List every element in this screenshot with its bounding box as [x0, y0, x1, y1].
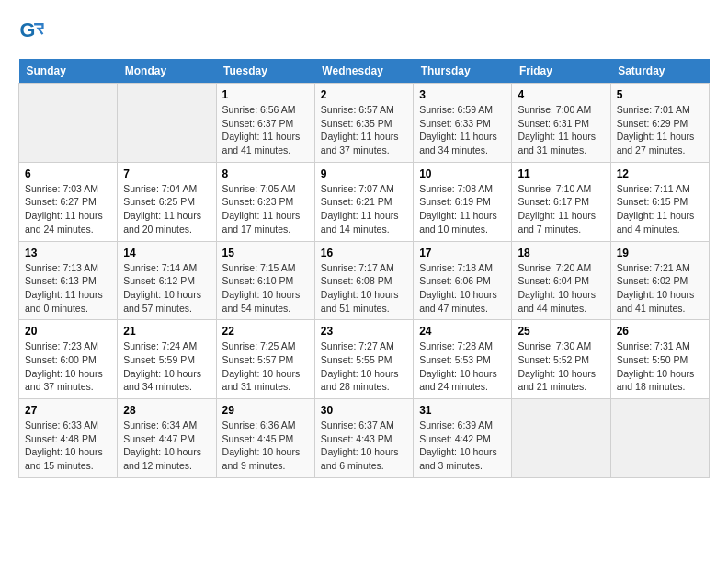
- day-number: 17: [419, 247, 506, 259]
- calendar-cell: 21Sunrise: 7:24 AMSunset: 5:59 PMDayligh…: [118, 320, 216, 399]
- day-number: 28: [123, 404, 210, 417]
- calendar-week-row: 1Sunrise: 6:56 AMSunset: 6:37 PMDaylight…: [19, 84, 710, 163]
- calendar-cell: 19Sunrise: 7:21 AMSunset: 6:02 PMDayligh…: [610, 241, 709, 320]
- calendar-cell: 17Sunrise: 7:18 AMSunset: 6:06 PMDayligh…: [414, 241, 512, 320]
- day-info: Sunrise: 7:08 AMSunset: 6:19 PMDaylight:…: [419, 182, 506, 236]
- weekday-header: Saturday: [610, 59, 709, 84]
- day-info: Sunrise: 7:31 AMSunset: 5:50 PMDaylight:…: [617, 339, 703, 394]
- day-number: 16: [321, 247, 407, 259]
- day-number: 12: [617, 167, 703, 180]
- day-number: 9: [321, 167, 407, 180]
- day-info: Sunrise: 7:21 AMSunset: 6:02 PMDaylight:…: [617, 261, 703, 316]
- calendar-cell: 20Sunrise: 7:23 AMSunset: 6:00 PMDayligh…: [19, 320, 118, 399]
- day-number: 15: [222, 247, 309, 259]
- day-info: Sunrise: 6:39 AMSunset: 4:42 PMDaylight:…: [419, 419, 506, 473]
- day-number: 21: [123, 325, 210, 338]
- calendar-cell: [512, 399, 610, 478]
- day-number: 2: [321, 88, 407, 101]
- day-number: 20: [25, 325, 111, 338]
- calendar-cell: 18Sunrise: 7:20 AMSunset: 6:04 PMDayligh…: [512, 241, 610, 320]
- calendar-cell: 12Sunrise: 7:11 AMSunset: 6:15 PMDayligh…: [610, 162, 709, 241]
- day-number: 14: [123, 247, 210, 259]
- calendar-cell: 1Sunrise: 6:56 AMSunset: 6:37 PMDaylight…: [216, 84, 314, 163]
- day-number: 22: [222, 325, 309, 338]
- calendar-header-row: SundayMondayTuesdayWednesdayThursdayFrid…: [19, 59, 710, 84]
- day-number: 3: [419, 88, 506, 101]
- day-info: Sunrise: 7:11 AMSunset: 6:15 PMDaylight:…: [617, 182, 703, 236]
- calendar-cell: 6Sunrise: 7:03 AMSunset: 6:27 PMDaylight…: [19, 162, 118, 241]
- page-header: G: [18, 18, 710, 44]
- calendar-cell: 4Sunrise: 7:00 AMSunset: 6:31 PMDaylight…: [512, 84, 610, 163]
- calendar-cell: 22Sunrise: 7:25 AMSunset: 5:57 PMDayligh…: [216, 320, 314, 399]
- day-info: Sunrise: 7:03 AMSunset: 6:27 PMDaylight:…: [25, 182, 111, 236]
- day-info: Sunrise: 6:56 AMSunset: 6:37 PMDaylight:…: [222, 103, 309, 157]
- calendar-cell: [118, 84, 216, 163]
- day-number: 30: [321, 404, 407, 417]
- calendar-cell: 11Sunrise: 7:10 AMSunset: 6:17 PMDayligh…: [512, 162, 610, 241]
- calendar-cell: 28Sunrise: 6:34 AMSunset: 4:47 PMDayligh…: [118, 399, 216, 478]
- calendar-cell: 8Sunrise: 7:05 AMSunset: 6:23 PMDaylight…: [216, 162, 314, 241]
- day-info: Sunrise: 7:20 AMSunset: 6:04 PMDaylight:…: [518, 261, 604, 316]
- calendar-cell: 5Sunrise: 7:01 AMSunset: 6:29 PMDaylight…: [610, 84, 709, 163]
- logo-icon: G: [18, 18, 44, 44]
- calendar-cell: 3Sunrise: 6:59 AMSunset: 6:33 PMDaylight…: [414, 84, 512, 163]
- weekday-header: Tuesday: [216, 59, 314, 84]
- calendar-cell: 7Sunrise: 7:04 AMSunset: 6:25 PMDaylight…: [118, 162, 216, 241]
- day-info: Sunrise: 7:00 AMSunset: 6:31 PMDaylight:…: [518, 103, 604, 157]
- day-number: 19: [617, 247, 703, 259]
- day-info: Sunrise: 7:17 AMSunset: 6:08 PMDaylight:…: [321, 261, 407, 316]
- weekday-header: Monday: [118, 59, 216, 84]
- calendar-cell: 26Sunrise: 7:31 AMSunset: 5:50 PMDayligh…: [610, 320, 709, 399]
- calendar-cell: 14Sunrise: 7:14 AMSunset: 6:12 PMDayligh…: [118, 241, 216, 320]
- weekday-header: Wednesday: [314, 59, 413, 84]
- day-number: 7: [123, 167, 210, 180]
- day-number: 29: [222, 404, 309, 417]
- calendar-cell: 15Sunrise: 7:15 AMSunset: 6:10 PMDayligh…: [216, 241, 314, 320]
- day-number: 18: [518, 247, 604, 259]
- day-info: Sunrise: 7:13 AMSunset: 6:13 PMDaylight:…: [25, 261, 111, 316]
- day-number: 23: [321, 325, 407, 338]
- day-info: Sunrise: 7:07 AMSunset: 6:21 PMDaylight:…: [321, 182, 407, 236]
- calendar-cell: 30Sunrise: 6:37 AMSunset: 4:43 PMDayligh…: [314, 399, 413, 478]
- day-info: Sunrise: 7:23 AMSunset: 6:00 PMDaylight:…: [25, 339, 111, 394]
- day-number: 10: [419, 167, 506, 180]
- calendar-cell: 24Sunrise: 7:28 AMSunset: 5:53 PMDayligh…: [414, 320, 512, 399]
- day-info: Sunrise: 6:37 AMSunset: 4:43 PMDaylight:…: [321, 419, 407, 473]
- day-info: Sunrise: 7:18 AMSunset: 6:06 PMDaylight:…: [419, 261, 506, 316]
- weekday-header: Friday: [512, 59, 610, 84]
- calendar-week-row: 13Sunrise: 7:13 AMSunset: 6:13 PMDayligh…: [19, 241, 710, 320]
- day-info: Sunrise: 6:33 AMSunset: 4:48 PMDaylight:…: [25, 419, 111, 473]
- day-number: 11: [518, 167, 604, 180]
- calendar-cell: 9Sunrise: 7:07 AMSunset: 6:21 PMDaylight…: [314, 162, 413, 241]
- day-info: Sunrise: 6:57 AMSunset: 6:35 PMDaylight:…: [321, 103, 407, 157]
- calendar-cell: 23Sunrise: 7:27 AMSunset: 5:55 PMDayligh…: [314, 320, 413, 399]
- day-number: 27: [25, 404, 111, 417]
- day-number: 26: [617, 325, 703, 338]
- day-info: Sunrise: 7:10 AMSunset: 6:17 PMDaylight:…: [518, 182, 604, 236]
- calendar-table: SundayMondayTuesdayWednesdayThursdayFrid…: [18, 59, 710, 478]
- day-info: Sunrise: 7:15 AMSunset: 6:10 PMDaylight:…: [222, 261, 309, 316]
- day-number: 1: [222, 88, 309, 101]
- day-number: 13: [25, 247, 111, 259]
- day-info: Sunrise: 7:05 AMSunset: 6:23 PMDaylight:…: [222, 182, 309, 236]
- calendar-cell: [19, 84, 118, 163]
- calendar-cell: 10Sunrise: 7:08 AMSunset: 6:19 PMDayligh…: [414, 162, 512, 241]
- day-info: Sunrise: 6:34 AMSunset: 4:47 PMDaylight:…: [123, 419, 210, 473]
- day-number: 31: [419, 404, 506, 417]
- day-number: 4: [518, 88, 604, 101]
- logo: G: [18, 18, 48, 44]
- day-info: Sunrise: 7:25 AMSunset: 5:57 PMDaylight:…: [222, 339, 309, 394]
- calendar-cell: 27Sunrise: 6:33 AMSunset: 4:48 PMDayligh…: [19, 399, 118, 478]
- calendar-cell: 29Sunrise: 6:36 AMSunset: 4:45 PMDayligh…: [216, 399, 314, 478]
- day-info: Sunrise: 7:30 AMSunset: 5:52 PMDaylight:…: [518, 339, 604, 394]
- day-info: Sunrise: 7:28 AMSunset: 5:53 PMDaylight:…: [419, 339, 506, 394]
- day-info: Sunrise: 6:59 AMSunset: 6:33 PMDaylight:…: [419, 103, 506, 157]
- calendar-cell: [610, 399, 709, 478]
- calendar-cell: 16Sunrise: 7:17 AMSunset: 6:08 PMDayligh…: [314, 241, 413, 320]
- day-info: Sunrise: 7:14 AMSunset: 6:12 PMDaylight:…: [123, 261, 210, 316]
- day-number: 8: [222, 167, 309, 180]
- day-info: Sunrise: 7:24 AMSunset: 5:59 PMDaylight:…: [123, 339, 210, 394]
- day-number: 5: [617, 88, 703, 101]
- calendar-cell: 13Sunrise: 7:13 AMSunset: 6:13 PMDayligh…: [19, 241, 118, 320]
- calendar-week-row: 20Sunrise: 7:23 AMSunset: 6:00 PMDayligh…: [19, 320, 710, 399]
